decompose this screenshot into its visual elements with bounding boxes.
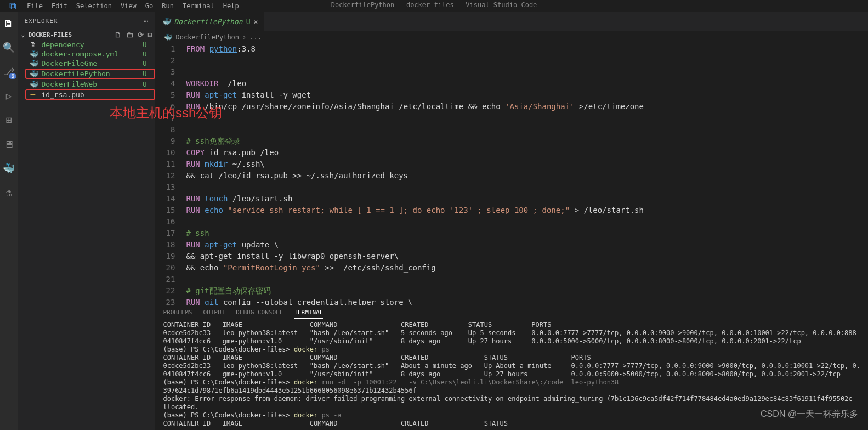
panel-tab-terminal[interactable]: TERMINAL	[294, 309, 323, 319]
tabs: 🐳 DockerfilePython U ✕	[155, 12, 868, 31]
vscode-logo-icon: ⧉	[6, 0, 19, 13]
new-file-icon[interactable]: 🗋	[115, 31, 122, 39]
watermark: CSDN @一天一杯养乐多	[761, 409, 858, 420]
panel-tab-problems[interactable]: PROBLEMS	[163, 309, 192, 319]
search-icon[interactable]: 🔍	[2, 41, 15, 54]
file-item-docker-compose-yml[interactable]: 🐳docker-compose.ymlU	[25, 49, 155, 59]
sidebar-meatballs-icon[interactable]: ⋯	[144, 16, 149, 25]
folder-name[interactable]: ⌄ DOCKER-FILES	[21, 31, 72, 38]
file-item-dockerfilepython[interactable]: 🐳DockerfilePythonU	[25, 69, 155, 79]
editor-area: 🐳 DockerfilePython U ✕ 🐳 DockerfilePytho…	[155, 12, 868, 430]
menu-edit[interactable]: Edit	[47, 1, 72, 11]
panel-tabs: PROBLEMSOUTPUTDEBUG CONSOLETERMINAL	[155, 305, 868, 319]
docker-file-icon: 🐳	[164, 33, 172, 41]
file-list: 🗎dependencyU🐳docker-compose.ymlU🐳DockerF…	[18, 40, 155, 100]
window-title: DockerfilePython - docker-files - Visual…	[331, 1, 537, 9]
docker-icon[interactable]: 🐳	[2, 161, 15, 174]
debug-icon[interactable]: ▷	[2, 89, 15, 102]
sidebar-title: EXPLORER	[24, 18, 58, 25]
panel-tab-debug-console[interactable]: DEBUG CONSOLE	[236, 309, 283, 319]
extensions-icon[interactable]: ⊞	[2, 113, 15, 126]
menu-run[interactable]: Run	[157, 1, 178, 11]
source-control-icon[interactable]: ⎇6	[2, 65, 15, 78]
annotation-text: 本地主机的ssh公钥	[110, 104, 222, 122]
refresh-icon[interactable]: ⟳	[138, 31, 144, 39]
sidebar: EXPLORER ⋯ ⌄ DOCKER-FILES 🗋 🗀 ⟳ ⊟ 🗎depen…	[18, 12, 155, 430]
tab-dockerfile-python[interactable]: 🐳 DockerfilePython U ✕	[155, 12, 264, 31]
panel-tab-output[interactable]: OUTPUT	[203, 309, 225, 319]
file-item-id-rsa-pub[interactable]: ⊶id_rsa.pub	[25, 89, 155, 100]
menu-file[interactable]: File	[22, 1, 47, 11]
file-item-dependency[interactable]: 🗎dependencyU	[25, 40, 155, 49]
explorer-icon[interactable]: 🗎	[2, 16, 15, 30]
menu-terminal[interactable]: Terminal	[178, 1, 219, 11]
collapse-icon[interactable]: ⊟	[148, 31, 152, 39]
editor[interactable]: 1234567891011121314151617181920212223 FR…	[155, 43, 868, 305]
activity-bar: 🗎 🔍 ⎇6 ▷ ⊞ 🖥 🐳 ⚗	[0, 12, 18, 430]
menu-view[interactable]: View	[116, 1, 141, 11]
breadcrumb[interactable]: 🐳 DockerfilePython › ...	[155, 31, 868, 43]
menu-help[interactable]: Help	[219, 1, 243, 11]
file-item-dockerfilegme[interactable]: 🐳DockerFileGmeU	[25, 59, 155, 68]
menu-go[interactable]: Go	[141, 1, 157, 11]
close-icon[interactable]: ✕	[254, 18, 258, 26]
testing-icon[interactable]: ⚗	[2, 185, 15, 199]
scm-badge: 6	[9, 73, 16, 79]
menu-selection[interactable]: Selection	[72, 1, 116, 11]
new-folder-icon[interactable]: 🗀	[126, 31, 133, 39]
file-item-dockerfileweb[interactable]: 🐳DockerFileWebU	[25, 80, 155, 89]
remote-icon[interactable]: 🖥	[2, 137, 15, 150]
docker-file-icon: 🐳	[162, 18, 171, 26]
